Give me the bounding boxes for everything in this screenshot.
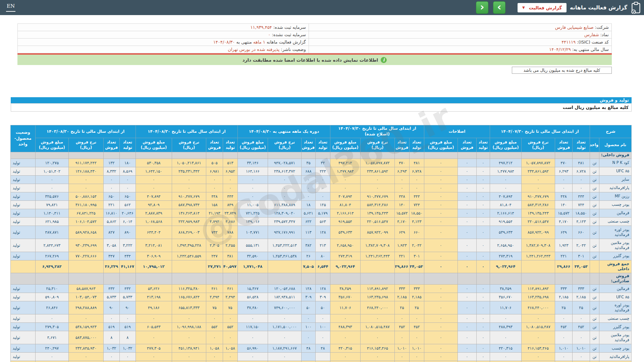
value-cell: ۱,۷۷۱,۰۴۸ (237, 260, 268, 273)
value-cell: ۸,۵۶۹ (119, 167, 136, 175)
value-cell: ۶۵۰ (103, 192, 119, 200)
value-cell: ۰ (360, 352, 394, 361)
value-cell (237, 273, 268, 284)
value-cell: ۱۵,۵۷۲ (555, 209, 572, 217)
value-cell: ۲۲۲,۹۸۹,۹۸۳ (172, 217, 206, 226)
value-cell: ۰ (476, 192, 490, 200)
info-cell-left: گزارش فعالیت ماهانه ۱ ماهه منتهی به ۱۴۰۴… (18, 39, 309, 46)
status-cell: تولید (10, 167, 35, 175)
value-cell (136, 152, 172, 159)
value-cell: ۴۹۷,۲۱۲ (330, 159, 360, 167)
page: گزارش فعالیت ماهانه گزارش فعالیت ▼ › ‹ E… (0, 0, 644, 362)
production-sales-table: شرحاز ابتدای سال مالی تا تاریخ ۱۴۰۴/۰۷/۳… (10, 125, 632, 362)
value-cell: ۱۱,۷۰۶ (490, 301, 521, 314)
value-cell: ۰ (409, 175, 424, 184)
value-cell: ۰ (360, 184, 394, 192)
value-cell: ۳۰۹ (315, 293, 330, 301)
value-cell: ۱۲۰,۰۵۴,۶۸۸ (268, 284, 301, 293)
value-cell: ۶۵۰ (119, 192, 136, 200)
value-cell: ۰ (237, 184, 268, 192)
unit-cell: تن (590, 293, 599, 301)
next-report-button[interactable]: › (493, 1, 505, 14)
value-cell: ۵,۷۳۳ (119, 293, 136, 301)
value-cell: ۳۳۳ (572, 284, 590, 293)
value-cell: ۴۱۳,۱۹۸ (136, 293, 172, 301)
value-cell: ۱۰۴,۷۷۱ (237, 226, 268, 239)
value-cell: ۴۲۰,۳۱۵ (490, 344, 521, 352)
unit-cell: تن (590, 159, 599, 167)
info-label: وضعیت ناشر: (279, 47, 306, 52)
value-cell: ۰ (35, 352, 68, 361)
info-value: ۱۱,۹۳۹,۴۵۴ (250, 25, 272, 30)
previous-report-button[interactable]: ‹ (476, 1, 488, 14)
value-cell: ۸۱,۸۰۴ (490, 200, 521, 209)
value-cell: ۴۵۲ (409, 322, 424, 331)
value-cell: ۱۶۴,۱۶۶ (237, 167, 268, 175)
value-cell (268, 273, 301, 284)
value-cell: ۱,۴۵۳,۲۲۲,۵۱۳ (268, 239, 301, 252)
value-cell: ۷,۸۱۴ (119, 361, 136, 362)
value-cell: ۰ (136, 175, 172, 184)
value-cell: ۱۱,۰۰۵ (237, 200, 268, 209)
value-cell: ۰ (409, 184, 424, 192)
value-cell: ۵۱۹ (119, 322, 136, 331)
value-cell: ۰ (223, 175, 237, 184)
value-cell: ۲۵ (394, 301, 409, 314)
table-body: فروش داخلی:کود N P Kتن۴۸۱۴۷۰۱,۰۵۷,۸۹۷,۸۷… (10, 152, 631, 362)
value-cell: ۰ (360, 175, 394, 184)
value-cell: ۱,۳۱۵,۳۴۳ (490, 361, 521, 362)
header-col: تعداد تولید (409, 138, 424, 152)
info-cell-right: کد صنعت (ISIC): ۴۴۱۱۱۹ (309, 39, 611, 46)
value-cell: ۰ (458, 331, 476, 344)
value-cell: ۰ (521, 175, 555, 184)
value-cell: ۱,۵۹۸,۸۵۸ (136, 361, 172, 362)
value-cell: ۵۰ (315, 301, 330, 314)
value-cell: ۱,۰۱۰ (572, 344, 590, 352)
value-cell (394, 152, 409, 159)
info-value: صنایع شیمیایی فارس (555, 25, 594, 30)
value-cell: ۱,۰۵۸ (223, 344, 237, 352)
value-cell: ۰ (424, 200, 458, 209)
table-row: پودر اوره فرمالدئیدتن۲۵۲۵۴۶۸,۲۴۰,۰۰۰۱۱,۷… (10, 301, 631, 314)
value-cell: ۰ (555, 184, 572, 192)
product-name-cell: UFC ۸۵ (599, 167, 632, 175)
value-cell: ۲۴۷ (206, 252, 223, 260)
value-cell (521, 273, 555, 284)
value-cell: ۴۰,۵۹۷ (223, 260, 237, 273)
value-cell: ۵۳,۶۲۶ (136, 284, 172, 293)
value-cell (555, 152, 572, 159)
value-cell: ۰ (476, 284, 490, 293)
value-cell: ۲۹,۸۶۶ (555, 260, 572, 273)
value-cell: ۰ (237, 314, 268, 322)
value-cell (35, 273, 68, 284)
value-cell: ۴,۶۷۱ (35, 331, 68, 344)
header-group: از ابتدای سال مالی تا تاریخ ۱۴۰۳/۰۸/۳۰ (35, 125, 136, 138)
value-cell: ۰ (555, 352, 572, 361)
value-cell (330, 273, 360, 284)
value-cell: ۵۳۸,۱۵۹,۹۲۳ (68, 322, 103, 331)
value-cell: ۰ (103, 352, 119, 361)
value-cell: ۱,۹۲۳ (555, 239, 572, 252)
english-language-link[interactable]: EN (6, 3, 15, 12)
header-group: از ابتدای سال مالی تا تاریخ ۱۴۰۴/۰۷/۳۰ (… (330, 125, 424, 138)
value-cell: ۰ (555, 331, 572, 344)
value-cell: ۰ (268, 314, 301, 322)
value-cell: ۴۸۸,۳۹۳ (490, 322, 521, 331)
value-cell: ۴۹,۱۸۶ (136, 301, 172, 314)
info-label: سال مالی منتهی به: (571, 47, 609, 52)
value-cell: ۱,۱۶۷,۲۳۸ (35, 361, 68, 362)
value-cell: ۰ (172, 331, 206, 344)
value-cell: ۱۰,۷۹۵,۰۱۲ (136, 260, 172, 273)
value-cell: ۰ (394, 184, 409, 192)
report-type-dropdown[interactable]: گزارش فعالیت ▼ (518, 3, 567, 12)
value-cell: ۱,۳۱۵,۳۴۳ (330, 361, 360, 362)
value-cell: ۶,۷۲۸ (572, 167, 590, 175)
value-cell: ۰ (458, 192, 476, 200)
value-cell: ۰ (68, 352, 103, 361)
value-cell: ۸۲۷ (103, 226, 119, 239)
unit-cell: تن (590, 200, 599, 209)
product-name-cell: پودر گلیزر (599, 322, 632, 331)
value-cell (490, 152, 521, 159)
value-cell: ۳۶۱,۱۸۰,۹۹۵ (68, 200, 103, 209)
value-cell: ۱۲۶,۱۸۸,۴۳۰ (68, 167, 103, 175)
